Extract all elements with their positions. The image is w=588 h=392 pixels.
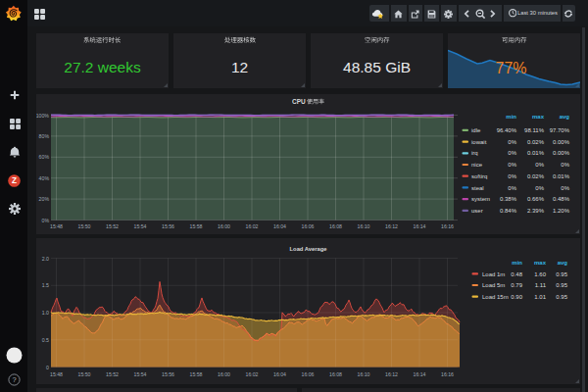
- svg-text:0.48%: 0.48%: [553, 196, 570, 202]
- svg-text:16:12: 16:12: [385, 223, 398, 229]
- svg-text:avg: avg: [560, 114, 570, 120]
- svg-text:Load 1m: Load 1m: [482, 271, 505, 277]
- svg-text:irq: irq: [471, 150, 478, 156]
- svg-text:1.11: 1.11: [535, 282, 547, 288]
- svg-text:15:56: 15:56: [162, 223, 174, 229]
- svg-text:16:04: 16:04: [273, 223, 286, 229]
- svg-text:min: min: [506, 114, 516, 120]
- svg-text:0%: 0%: [535, 185, 544, 191]
- svg-text:15:52: 15:52: [106, 223, 119, 229]
- svg-text:Z: Z: [12, 176, 17, 185]
- svg-text:15:58: 15:58: [190, 371, 203, 377]
- svg-text:1.01: 1.01: [534, 294, 546, 300]
- svg-text:15:56: 15:56: [162, 371, 174, 377]
- svg-text:0.00%: 0.00%: [553, 150, 570, 156]
- svg-text:15:50: 15:50: [78, 371, 91, 377]
- svg-text:0: 0: [46, 365, 49, 370]
- svg-text:0.5: 0.5: [42, 337, 49, 343]
- svg-text:Load 15m: Load 15m: [482, 294, 509, 300]
- svg-text:user: user: [471, 208, 483, 214]
- svg-text:16:06: 16:06: [302, 371, 315, 377]
- svg-text:40%: 40%: [39, 175, 50, 181]
- svg-text:16:06: 16:06: [302, 223, 315, 229]
- svg-text:80%: 80%: [39, 133, 50, 139]
- svg-text:0%: 0%: [561, 185, 569, 191]
- svg-text:16:16: 16:16: [441, 371, 454, 377]
- svg-text:0.90: 0.90: [511, 294, 522, 300]
- svg-text:0.01%: 0.01%: [553, 173, 570, 179]
- svg-text:16:00: 16:00: [218, 223, 230, 229]
- svg-text:0.00%: 0.00%: [553, 139, 570, 145]
- svg-text:Load 5m: Load 5m: [482, 282, 505, 288]
- svg-text:nice: nice: [471, 162, 483, 168]
- svg-text:0.66%: 0.66%: [527, 196, 545, 202]
- svg-text:98.11%: 98.11%: [524, 127, 545, 133]
- svg-text:0.02%: 0.02%: [527, 139, 545, 145]
- svg-text:0%: 0%: [42, 218, 50, 223]
- svg-text:?: ?: [12, 375, 16, 384]
- svg-text:CPU: CPU: [292, 98, 306, 105]
- svg-text:16:08: 16:08: [329, 371, 342, 377]
- svg-text:min: min: [512, 260, 522, 266]
- svg-text:0.95: 0.95: [556, 271, 567, 277]
- svg-text:1.0: 1.0: [42, 310, 49, 316]
- svg-text:0%: 0%: [508, 139, 516, 145]
- svg-text:16:16: 16:16: [441, 223, 454, 229]
- svg-text:1.60: 1.60: [534, 271, 546, 277]
- svg-text:0%: 0%: [561, 162, 569, 168]
- svg-text:0.79: 0.79: [511, 282, 522, 288]
- svg-text:16:08: 16:08: [329, 223, 342, 229]
- svg-text:softirq: softirq: [471, 173, 487, 179]
- svg-text:16:12: 16:12: [385, 371, 398, 377]
- svg-text:16:10: 16:10: [358, 223, 370, 229]
- svg-text:2.0: 2.0: [42, 256, 49, 262]
- svg-text:16:04: 16:04: [273, 371, 286, 377]
- svg-text:steal: steal: [471, 185, 484, 191]
- svg-text:97.70%: 97.70%: [550, 127, 570, 133]
- svg-text:max: max: [534, 260, 547, 266]
- svg-text:100%: 100%: [36, 113, 49, 119]
- svg-text:0.95: 0.95: [556, 294, 567, 300]
- svg-text:0.84%: 0.84%: [500, 208, 517, 214]
- svg-text:iowait: iowait: [471, 139, 487, 145]
- svg-text:0.38%: 0.38%: [500, 196, 517, 202]
- svg-text:20%: 20%: [39, 196, 50, 202]
- svg-text:15:52: 15:52: [106, 371, 119, 377]
- svg-text:1.20%: 1.20%: [553, 208, 570, 214]
- svg-text:16:02: 16:02: [246, 223, 259, 229]
- svg-text:idle: idle: [471, 127, 481, 133]
- svg-text:16:10: 16:10: [358, 371, 370, 377]
- svg-text:16:14: 16:14: [414, 371, 426, 377]
- svg-text:0.02%: 0.02%: [527, 173, 545, 179]
- svg-text:0%: 0%: [508, 185, 516, 191]
- svg-text:15:48: 15:48: [50, 371, 63, 377]
- svg-text:0.95: 0.95: [556, 282, 567, 288]
- svg-text:16:02: 16:02: [246, 371, 259, 377]
- svg-text:15:54: 15:54: [134, 371, 147, 377]
- svg-text:2.39%: 2.39%: [527, 208, 545, 214]
- svg-text:0.01%: 0.01%: [527, 150, 545, 156]
- svg-text:15:50: 15:50: [78, 223, 91, 229]
- svg-text:0%: 0%: [508, 173, 516, 179]
- svg-text:16:00: 16:00: [218, 371, 230, 377]
- svg-text:max: max: [532, 114, 545, 120]
- svg-text:0%: 0%: [508, 150, 516, 156]
- svg-text:15:58: 15:58: [190, 223, 203, 229]
- svg-text:avg: avg: [558, 260, 568, 266]
- svg-text:96.40%: 96.40%: [497, 127, 517, 133]
- svg-text:15:48: 15:48: [50, 223, 63, 229]
- svg-text:15:54: 15:54: [134, 223, 147, 229]
- svg-text:1.5: 1.5: [42, 282, 49, 288]
- svg-text:16:14: 16:14: [414, 223, 426, 229]
- svg-text:0%: 0%: [535, 162, 544, 168]
- svg-text:60%: 60%: [39, 154, 50, 160]
- svg-text:system: system: [471, 196, 490, 202]
- svg-text:0.48: 0.48: [511, 271, 522, 277]
- svg-text:0%: 0%: [508, 162, 516, 168]
